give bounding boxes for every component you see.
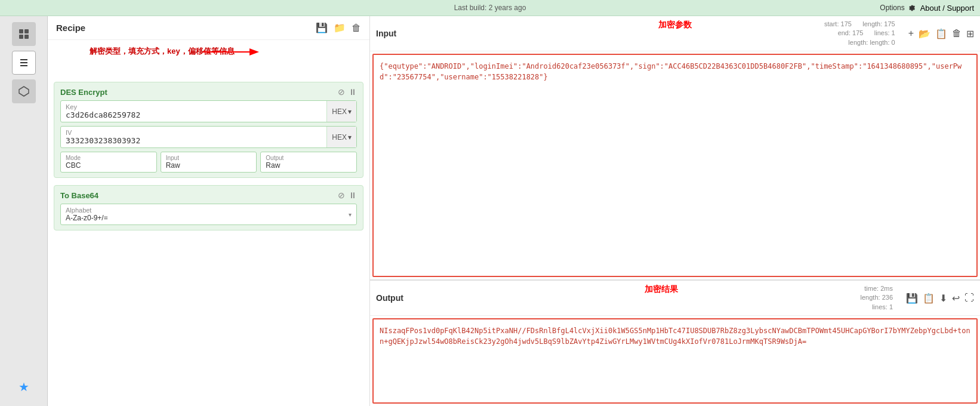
alphabet-label: Alphabet	[66, 207, 108, 214]
favorites-icon[interactable]: ★	[19, 380, 29, 393]
output-fullscreen-icon[interactable]: ⛶	[964, 293, 974, 303]
input-icons: + 📂 📋 🗑 ⊞	[908, 28, 974, 39]
iv-value[interactable]: 3332303238303932	[66, 136, 322, 145]
input-stats: start: 175 length: 175 end: 175 lines: 1…	[824, 20, 895, 47]
des-encrypt-controls: ⊘ ⏸	[338, 87, 357, 97]
key-type-btn[interactable]: HEX ▾	[326, 101, 356, 122]
output-content[interactable]: NIszaqFPos1vd0pFqKlB42Np5itPxaNH//FDsRnl…	[372, 318, 978, 404]
output-header: Output 加密结果 time: 2ms length: 236 lines:…	[370, 281, 980, 316]
iv-label-col: IV 3332303238303932	[61, 127, 326, 147]
key-label: Key	[66, 103, 322, 110]
alphabet-field[interactable]: Alphabet A-Za-z0-9+/= ▾	[60, 204, 357, 225]
des-encrypt-header: DES Encrypt ⊘ ⏸	[60, 87, 357, 97]
left-sidebar: ★	[0, 16, 48, 406]
output-label: Output	[266, 155, 352, 161]
svg-rect-1	[24, 29, 29, 33]
output-stats-time: time: 2ms	[861, 284, 893, 293]
des-encrypt-title: DES Encrypt	[60, 88, 107, 97]
top-bar: Last build: 2 years ago Options About / …	[0, 0, 980, 16]
output-annotation: 加密结果	[645, 284, 678, 295]
output-stats-length: length: 236	[861, 293, 893, 302]
base64-header: To Base64 ⊘ ⏸	[60, 190, 357, 200]
iv-type-btn[interactable]: HEX ▾	[326, 127, 356, 147]
sidebar-icon-3[interactable]	[12, 79, 36, 103]
base64-disable-icon[interactable]: ⊘	[338, 190, 345, 200]
input-annotation: 加密参数	[658, 20, 692, 30]
options-link[interactable]: Options	[880, 4, 915, 12]
input-add-icon[interactable]: +	[908, 28, 914, 39]
sidebar-bottom: ★	[19, 380, 29, 394]
output-stats-lines: lines: 1	[861, 303, 893, 312]
gear-icon	[907, 4, 916, 12]
recipe-title: Recipe	[56, 23, 85, 33]
key-type-chevron: ▾	[348, 107, 352, 116]
output-field[interactable]: Output Raw	[260, 152, 357, 173]
annotation-arrow-right	[197, 40, 269, 64]
io-panel: Input 加密参数 start: 175 length: 175 end: 1…	[370, 16, 980, 406]
alphabet-col: Alphabet A-Za-z0-9+/=	[66, 207, 108, 222]
output-title: Output	[376, 293, 403, 303]
recipe-folder-icon[interactable]: 📁	[334, 22, 346, 33]
stats-end: end: 175 lines: 1	[824, 29, 895, 38]
output-copy-icon[interactable]: 📋	[923, 293, 935, 304]
input-field[interactable]: Input Raw	[161, 152, 257, 173]
input-delete-icon[interactable]: 🗑	[952, 28, 961, 39]
alphabet-value: A-Za-z0-9+/=	[66, 214, 108, 222]
recipe-header-icons: 💾 📁 🗑	[316, 22, 361, 33]
key-label-col: Key c3d26dca86259782	[61, 101, 326, 122]
mode-label: Mode	[66, 155, 152, 161]
output-undo-icon[interactable]: ↩	[952, 293, 960, 304]
iv-type-label: HEX	[332, 133, 347, 142]
output-stats: time: 2ms length: 236 lines: 1	[861, 284, 893, 312]
output-section: Output 加密结果 time: 2ms length: 236 lines:…	[370, 281, 980, 406]
output-header-right: time: 2ms length: 236 lines: 1 💾 📋 ⬇ ↩ ⛶	[861, 284, 974, 312]
input-section: Input 加密参数 start: 175 length: 175 end: 1…	[370, 16, 980, 281]
output-icons: 💾 📋 ⬇ ↩ ⛶	[906, 293, 974, 304]
input-paste-icon[interactable]: 📋	[935, 28, 947, 39]
iv-type-chevron: ▾	[348, 133, 352, 142]
iv-label: IV	[66, 129, 322, 136]
svg-rect-2	[19, 35, 23, 39]
recipe-panel: Recipe 💾 📁 🗑 解密类型，填充方式，key，偏移值等信息 DES En…	[48, 16, 370, 406]
input-header-right: start: 175 length: 175 end: 175 lines: 1…	[824, 20, 974, 47]
last-build-label: Last build: 2 years ago	[454, 4, 526, 12]
recipe-save-icon[interactable]: 💾	[316, 22, 328, 33]
svg-rect-0	[19, 29, 23, 33]
recipe-header: Recipe 💾 📁 🗑	[48, 16, 369, 40]
input-open-icon[interactable]: 📂	[919, 28, 930, 39]
base64-pause-icon[interactable]: ⏸	[349, 190, 357, 200]
recipe-trash-icon[interactable]: 🗑	[352, 23, 361, 33]
alphabet-dropdown-icon: ▾	[349, 211, 352, 218]
sidebar-icon-2[interactable]	[12, 51, 36, 75]
to-base64-block: To Base64 ⊘ ⏸ Alphabet A-Za-z0-9+/= ▾	[54, 185, 363, 230]
mode-value: CBC	[66, 161, 152, 170]
input-label: Input	[166, 155, 252, 161]
mode-row: Mode CBC Input Raw Output Raw	[60, 152, 357, 173]
sidebar-icon-1[interactable]	[12, 22, 36, 46]
key-type-label: HEX	[332, 107, 347, 116]
annotation-area: 解密类型，填充方式，key，偏移值等信息	[48, 40, 369, 58]
options-label[interactable]: Options	[880, 4, 904, 12]
iv-field-group: IV 3332303238303932 HEX ▾	[60, 126, 357, 148]
stats-start: start: 175 length: 175	[824, 20, 895, 29]
input-content[interactable]: {"equtype":"ANDROID","loginImei":"Androi…	[372, 54, 978, 277]
des-disable-icon[interactable]: ⊘	[338, 87, 345, 97]
main-layout: ★ Recipe 💾 📁 🗑 解密类型，填充方式，key，偏移值等信息 DES …	[0, 16, 980, 406]
stats-length-bottom: length: length: 0	[824, 38, 895, 47]
mode-field[interactable]: Mode CBC	[60, 152, 157, 173]
base64-controls: ⊘ ⏸	[338, 190, 357, 200]
input-grid-icon[interactable]: ⊞	[966, 28, 974, 39]
input-value: Raw	[166, 161, 252, 170]
input-title: Input	[376, 29, 396, 38]
output-download-icon[interactable]: ⬇	[939, 293, 947, 304]
des-pause-icon[interactable]: ⏸	[349, 87, 357, 97]
about-support-label[interactable]: About / Support	[920, 4, 974, 13]
key-value[interactable]: c3d26dca86259782	[66, 110, 322, 119]
des-encrypt-block: DES Encrypt ⊘ ⏸ Key c3d26dca86259782 HEX…	[54, 82, 363, 178]
key-field-group: Key c3d26dca86259782 HEX ▾	[60, 100, 357, 122]
output-value: Raw	[266, 161, 352, 170]
base64-title: To Base64	[60, 191, 98, 200]
input-header: Input 加密参数 start: 175 length: 175 end: 1…	[370, 16, 980, 51]
top-bar-right: Options About / Support	[880, 0, 974, 16]
output-save-icon[interactable]: 💾	[906, 293, 918, 304]
